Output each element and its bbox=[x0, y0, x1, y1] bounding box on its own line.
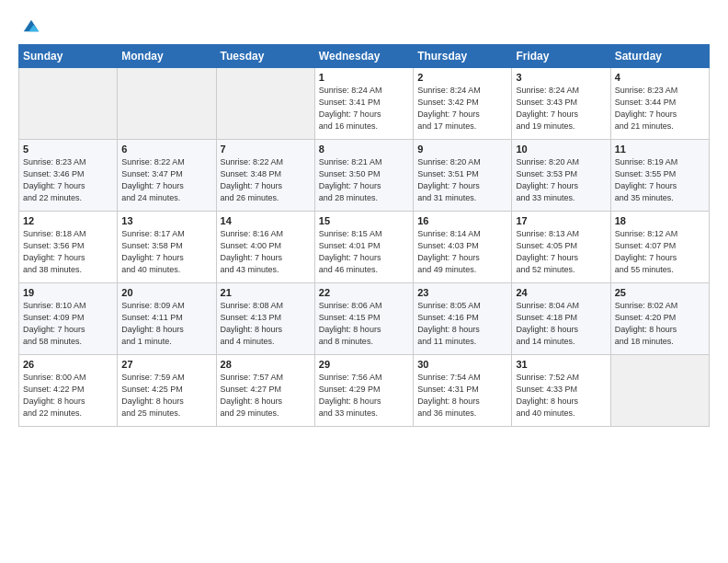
day-info: Sunrise: 8:20 AMSunset: 3:51 PMDaylight:… bbox=[417, 156, 507, 204]
day-info: Sunrise: 8:24 AMSunset: 3:41 PMDaylight:… bbox=[319, 85, 409, 132]
day-cell: 24Sunrise: 8:04 AMSunset: 4:18 PMDayligh… bbox=[512, 283, 610, 355]
day-info: Sunrise: 8:23 AMSunset: 3:46 PMDaylight:… bbox=[23, 156, 113, 204]
day-info: Sunrise: 7:54 AMSunset: 4:31 PMDaylight:… bbox=[417, 372, 507, 419]
day-number: 16 bbox=[417, 215, 507, 226]
day-info: Sunrise: 7:59 AMSunset: 4:25 PMDaylight:… bbox=[121, 372, 211, 419]
day-info: Sunrise: 8:08 AMSunset: 4:13 PMDaylight:… bbox=[221, 300, 311, 348]
day-cell: 25Sunrise: 8:02 AMSunset: 4:20 PMDayligh… bbox=[610, 283, 709, 355]
day-cell: 28Sunrise: 7:57 AMSunset: 4:27 PMDayligh… bbox=[216, 355, 314, 427]
day-cell: 5Sunrise: 8:23 AMSunset: 3:46 PMDaylight… bbox=[19, 140, 118, 212]
day-cell bbox=[610, 355, 709, 427]
day-cell: 4Sunrise: 8:23 AMSunset: 3:44 PMDaylight… bbox=[610, 68, 709, 140]
day-cell: 14Sunrise: 8:16 AMSunset: 4:00 PMDayligh… bbox=[216, 212, 314, 283]
day-number: 5 bbox=[23, 144, 113, 155]
day-info: Sunrise: 8:23 AMSunset: 3:44 PMDaylight:… bbox=[615, 85, 705, 132]
day-number: 25 bbox=[615, 287, 705, 298]
day-number: 14 bbox=[221, 215, 311, 226]
day-cell: 15Sunrise: 8:15 AMSunset: 4:01 PMDayligh… bbox=[314, 212, 413, 283]
day-cell: 6Sunrise: 8:22 AMSunset: 3:47 PMDaylight… bbox=[118, 140, 216, 212]
calendar-page: SundayMondayTuesdayWednesdayThursdayFrid… bbox=[0, 0, 728, 563]
day-number: 13 bbox=[121, 215, 211, 226]
day-cell bbox=[19, 68, 118, 140]
day-info: Sunrise: 8:22 AMSunset: 3:47 PMDaylight:… bbox=[121, 156, 211, 204]
day-number: 4 bbox=[615, 72, 705, 83]
day-info: Sunrise: 8:16 AMSunset: 4:00 PMDaylight:… bbox=[221, 228, 311, 276]
day-info: Sunrise: 8:02 AMSunset: 4:20 PMDaylight:… bbox=[615, 300, 705, 348]
day-info: Sunrise: 8:22 AMSunset: 3:48 PMDaylight:… bbox=[221, 156, 311, 204]
day-cell: 7Sunrise: 8:22 AMSunset: 3:48 PMDaylight… bbox=[216, 140, 314, 212]
day-number: 12 bbox=[23, 215, 113, 226]
header-day-tuesday: Tuesday bbox=[216, 45, 314, 68]
header-day-thursday: Thursday bbox=[414, 45, 512, 68]
day-info: Sunrise: 8:24 AMSunset: 3:43 PMDaylight:… bbox=[516, 85, 606, 132]
day-number: 2 bbox=[417, 72, 507, 83]
day-cell: 19Sunrise: 8:10 AMSunset: 4:09 PMDayligh… bbox=[19, 283, 118, 355]
week-row-3: 12Sunrise: 8:18 AMSunset: 3:56 PMDayligh… bbox=[19, 212, 710, 283]
day-info: Sunrise: 8:19 AMSunset: 3:55 PMDaylight:… bbox=[615, 156, 705, 204]
day-cell: 27Sunrise: 7:59 AMSunset: 4:25 PMDayligh… bbox=[118, 355, 216, 427]
day-cell: 8Sunrise: 8:21 AMSunset: 3:50 PMDaylight… bbox=[314, 140, 413, 212]
day-number: 30 bbox=[417, 359, 507, 370]
logo bbox=[18, 17, 40, 35]
day-cell: 20Sunrise: 8:09 AMSunset: 4:11 PMDayligh… bbox=[118, 283, 216, 355]
day-number: 27 bbox=[121, 359, 211, 370]
day-info: Sunrise: 8:18 AMSunset: 3:56 PMDaylight:… bbox=[23, 228, 113, 276]
day-number: 21 bbox=[221, 287, 311, 298]
day-cell: 11Sunrise: 8:19 AMSunset: 3:55 PMDayligh… bbox=[610, 140, 709, 212]
header-day-wednesday: Wednesday bbox=[314, 45, 413, 68]
header-row: SundayMondayTuesdayWednesdayThursdayFrid… bbox=[19, 45, 710, 68]
day-info: Sunrise: 7:52 AMSunset: 4:33 PMDaylight:… bbox=[516, 372, 606, 419]
day-number: 24 bbox=[516, 287, 606, 298]
day-number: 29 bbox=[319, 359, 409, 370]
day-number: 26 bbox=[23, 359, 113, 370]
day-info: Sunrise: 7:56 AMSunset: 4:29 PMDaylight:… bbox=[319, 372, 409, 419]
day-cell: 17Sunrise: 8:13 AMSunset: 4:05 PMDayligh… bbox=[512, 212, 610, 283]
day-number: 23 bbox=[417, 287, 507, 298]
day-number: 6 bbox=[121, 144, 211, 155]
week-row-4: 19Sunrise: 8:10 AMSunset: 4:09 PMDayligh… bbox=[19, 283, 710, 355]
header-day-saturday: Saturday bbox=[610, 45, 709, 68]
day-info: Sunrise: 8:12 AMSunset: 4:07 PMDaylight:… bbox=[615, 228, 705, 276]
day-cell: 18Sunrise: 8:12 AMSunset: 4:07 PMDayligh… bbox=[610, 212, 709, 283]
week-row-5: 26Sunrise: 8:00 AMSunset: 4:22 PMDayligh… bbox=[19, 355, 710, 427]
day-number: 18 bbox=[615, 215, 705, 226]
day-info: Sunrise: 8:20 AMSunset: 3:53 PMDaylight:… bbox=[516, 156, 606, 204]
day-number: 15 bbox=[319, 215, 409, 226]
day-info: Sunrise: 8:09 AMSunset: 4:11 PMDaylight:… bbox=[121, 300, 211, 348]
day-number: 10 bbox=[516, 144, 606, 155]
day-info: Sunrise: 8:04 AMSunset: 4:18 PMDaylight:… bbox=[516, 300, 606, 348]
day-info: Sunrise: 8:05 AMSunset: 4:16 PMDaylight:… bbox=[417, 300, 507, 348]
day-number: 17 bbox=[516, 215, 606, 226]
day-cell: 31Sunrise: 7:52 AMSunset: 4:33 PMDayligh… bbox=[512, 355, 610, 427]
day-info: Sunrise: 8:17 AMSunset: 3:58 PMDaylight:… bbox=[121, 228, 211, 276]
day-cell: 12Sunrise: 8:18 AMSunset: 3:56 PMDayligh… bbox=[19, 212, 118, 283]
day-number: 22 bbox=[319, 287, 409, 298]
day-number: 1 bbox=[319, 72, 409, 83]
day-cell: 3Sunrise: 8:24 AMSunset: 3:43 PMDaylight… bbox=[512, 68, 610, 140]
day-info: Sunrise: 8:00 AMSunset: 4:22 PMDaylight:… bbox=[23, 372, 113, 419]
day-info: Sunrise: 8:24 AMSunset: 3:42 PMDaylight:… bbox=[417, 85, 507, 132]
day-cell bbox=[216, 68, 314, 140]
day-number: 28 bbox=[221, 359, 311, 370]
day-cell: 9Sunrise: 8:20 AMSunset: 3:51 PMDaylight… bbox=[414, 140, 512, 212]
day-cell: 22Sunrise: 8:06 AMSunset: 4:15 PMDayligh… bbox=[314, 283, 413, 355]
day-number: 7 bbox=[221, 144, 311, 155]
day-number: 3 bbox=[516, 72, 606, 83]
day-info: Sunrise: 8:06 AMSunset: 4:15 PMDaylight:… bbox=[319, 300, 409, 348]
day-cell: 29Sunrise: 7:56 AMSunset: 4:29 PMDayligh… bbox=[314, 355, 413, 427]
day-cell: 30Sunrise: 7:54 AMSunset: 4:31 PMDayligh… bbox=[414, 355, 512, 427]
day-number: 31 bbox=[516, 359, 606, 370]
header-day-friday: Friday bbox=[512, 45, 610, 68]
day-cell: 16Sunrise: 8:14 AMSunset: 4:03 PMDayligh… bbox=[414, 212, 512, 283]
day-number: 9 bbox=[417, 144, 507, 155]
day-info: Sunrise: 8:10 AMSunset: 4:09 PMDaylight:… bbox=[23, 300, 113, 348]
day-cell bbox=[118, 68, 216, 140]
day-number: 19 bbox=[23, 287, 113, 298]
logo-icon bbox=[22, 17, 40, 35]
week-row-2: 5Sunrise: 8:23 AMSunset: 3:46 PMDaylight… bbox=[19, 140, 710, 212]
day-cell: 1Sunrise: 8:24 AMSunset: 3:41 PMDaylight… bbox=[314, 68, 413, 140]
day-info: Sunrise: 8:21 AMSunset: 3:50 PMDaylight:… bbox=[319, 156, 409, 204]
day-cell: 23Sunrise: 8:05 AMSunset: 4:16 PMDayligh… bbox=[414, 283, 512, 355]
calendar-table: SundayMondayTuesdayWednesdayThursdayFrid… bbox=[18, 44, 710, 427]
day-info: Sunrise: 7:57 AMSunset: 4:27 PMDaylight:… bbox=[221, 372, 311, 419]
